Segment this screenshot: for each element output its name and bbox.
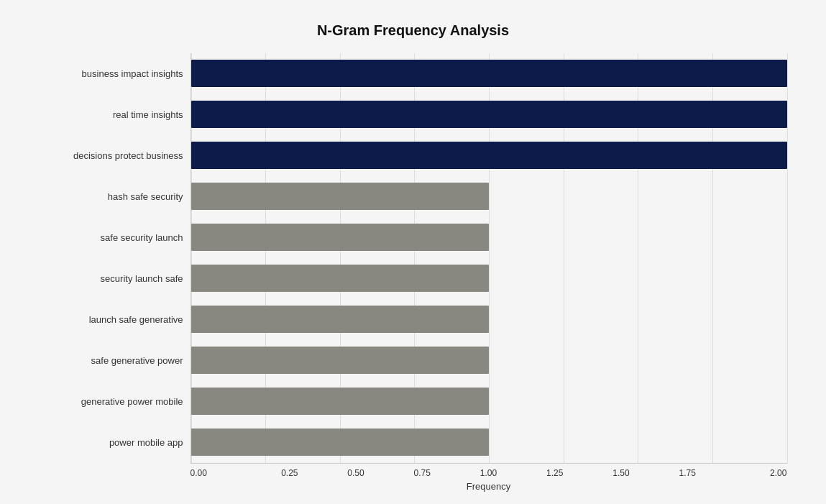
y-label: business impact insights [40,53,183,94]
x-axis-label: 1.00 [455,468,521,478]
y-label: hash safe security [40,176,183,217]
bar [191,101,787,128]
x-axis-label: 1.50 [588,468,654,478]
chart-container: N-Gram Frequency Analysis business impac… [18,8,809,497]
x-axis-label: 1.75 [654,468,720,478]
x-axis-label: 0.75 [389,468,455,478]
bar [191,388,490,415]
y-label: real time insights [40,94,183,135]
x-axis-label: 2.00 [720,468,786,478]
bar [191,306,490,333]
bars-area [191,53,787,463]
bar-row [191,94,787,135]
x-axis-labels: 0.000.250.500.751.001.251.501.752.00 [191,463,787,478]
bar-row [191,422,787,463]
bar [191,60,787,87]
grid-line [787,53,788,463]
y-labels: business impact insightsreal time insigh… [40,53,191,463]
x-axis-label: 0.25 [257,468,323,478]
x-axis-label: 0.00 [191,468,257,478]
y-label: launch safe generative [40,299,183,340]
y-label: power mobile app [40,422,183,463]
y-label: decisions protect business [40,135,183,176]
x-axis-label: 1.25 [522,468,588,478]
bar-row [191,53,787,94]
bar-row [191,258,787,299]
bar [191,183,490,210]
bar [191,265,490,292]
bar [191,347,490,374]
bar [191,429,490,456]
y-label: safe generative power [40,340,183,381]
x-axis-label: 0.50 [323,468,389,478]
bar-row [191,340,787,381]
bar-row [191,176,787,217]
bar [191,142,787,169]
y-label: safe security launch [40,217,183,258]
chart-area: business impact insightsreal time insigh… [40,53,787,449]
bar-row [191,135,787,176]
y-label: security launch safe [40,258,183,299]
plot-area: business impact insightsreal time insigh… [40,53,787,463]
bar-row [191,217,787,258]
bar [191,224,490,251]
bar-row [191,299,787,340]
chart-title: N-Gram Frequency Analysis [40,22,787,39]
bar-row [191,381,787,422]
y-label: generative power mobile [40,381,183,422]
x-axis-title: Frequency [191,481,787,492]
